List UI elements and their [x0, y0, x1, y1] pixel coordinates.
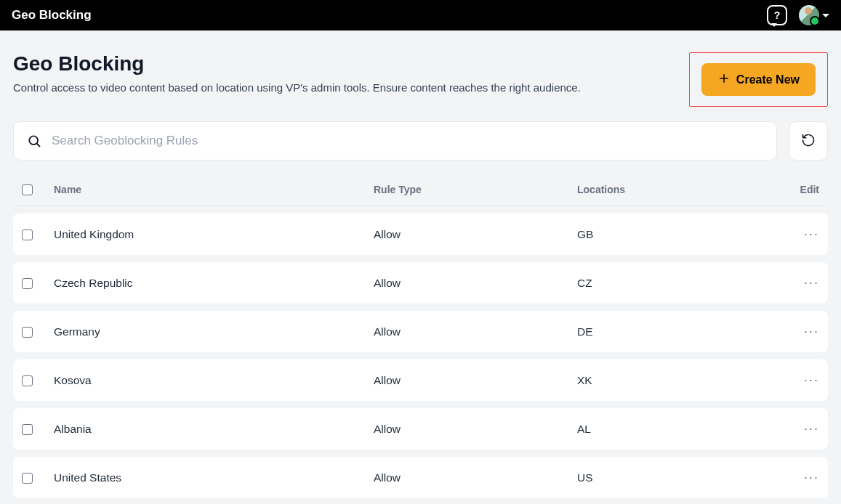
row-rule-type: Allow — [374, 277, 577, 290]
avatar — [799, 5, 819, 25]
row-name: Germany — [54, 325, 374, 338]
more-icon[interactable]: ··· — [804, 373, 819, 387]
row-name: Kosova — [54, 374, 374, 387]
page-description: Control access to video content based on… — [13, 81, 581, 94]
create-highlight: Create New — [689, 52, 828, 107]
row-name: United Kingdom — [54, 228, 374, 241]
row-checkbox[interactable] — [22, 473, 33, 484]
row-checkbox-cell — [22, 374, 54, 386]
page-header: Geo Blocking Control access to video con… — [13, 52, 828, 107]
svg-line-3 — [37, 144, 40, 147]
row-rule-type: Allow — [374, 471, 577, 484]
row-locations: GB — [577, 228, 776, 241]
chevron-down-icon — [822, 14, 829, 17]
table-row: AlbaniaAllowAL··· — [13, 408, 828, 450]
rules-table: Name Rule Type Locations Edit United Kin… — [13, 174, 828, 498]
search-icon — [27, 134, 41, 148]
more-icon[interactable]: ··· — [804, 324, 819, 338]
help-icon[interactable]: ? — [767, 5, 787, 25]
user-menu[interactable] — [799, 5, 829, 25]
more-icon[interactable]: ··· — [804, 227, 819, 241]
search-box — [13, 121, 777, 160]
refresh-icon — [801, 133, 816, 150]
row-rule-type: Allow — [374, 228, 577, 241]
table-row: United KingdomAllowGB··· — [13, 214, 828, 255]
row-checkbox-cell — [22, 471, 54, 484]
search-input[interactable] — [52, 134, 763, 148]
row-checkbox[interactable] — [22, 278, 33, 289]
row-locations: DE — [577, 325, 776, 338]
row-checkbox[interactable] — [22, 327, 33, 338]
col-locations-header: Locations — [577, 184, 776, 195]
row-name: Albania — [54, 423, 374, 436]
more-icon[interactable]: ··· — [804, 470, 819, 484]
row-rule-type: Allow — [374, 423, 577, 436]
table-row: GermanyAllowDE··· — [13, 311, 828, 352]
row-locations: XK — [577, 374, 776, 387]
row-checkbox-cell — [22, 325, 54, 338]
topbar: Geo Blocking ? — [0, 0, 841, 31]
more-icon[interactable]: ··· — [804, 275, 819, 290]
page-header-text: Geo Blocking Control access to video con… — [13, 52, 581, 94]
row-edit-cell: ··· — [776, 470, 819, 485]
row-edit-cell: ··· — [776, 227, 819, 242]
row-locations: AL — [577, 423, 776, 436]
col-type-header: Rule Type — [374, 184, 577, 195]
table-row: KosovaAllowXK··· — [13, 359, 828, 401]
row-checkbox-cell — [22, 277, 54, 289]
create-new-label: Create New — [736, 73, 800, 86]
row-name: Czech Republic — [54, 277, 374, 290]
table-header: Name Rule Type Locations Edit — [13, 174, 828, 206]
topbar-title: Geo Blocking — [12, 8, 92, 23]
row-edit-cell: ··· — [776, 275, 819, 290]
row-checkbox[interactable] — [22, 229, 33, 240]
row-edit-cell: ··· — [776, 324, 819, 339]
row-checkbox-cell — [22, 228, 54, 240]
row-checkbox-cell — [22, 423, 54, 435]
page-title: Geo Blocking — [13, 52, 581, 76]
row-edit-cell: ··· — [776, 421, 819, 436]
row-locations: CZ — [577, 277, 776, 290]
table-row: United StatesAllowUS··· — [13, 457, 828, 498]
row-edit-cell: ··· — [776, 373, 819, 388]
table-body: United KingdomAllowGB···Czech RepublicAl… — [13, 214, 828, 498]
refresh-button[interactable] — [789, 121, 828, 160]
plus-icon — [717, 72, 731, 87]
row-locations: US — [577, 471, 776, 484]
row-rule-type: Allow — [374, 374, 577, 387]
row-name: United States — [54, 471, 374, 484]
page-content: Geo Blocking Control access to video con… — [0, 31, 841, 504]
table-row: Czech RepublicAllowCZ··· — [13, 262, 828, 304]
row-checkbox[interactable] — [22, 375, 33, 386]
col-checkbox — [22, 184, 54, 195]
topbar-right: ? — [767, 5, 829, 25]
toolbar — [13, 121, 828, 160]
more-icon[interactable]: ··· — [804, 421, 819, 436]
row-checkbox[interactable] — [22, 424, 33, 435]
col-edit-header: Edit — [776, 184, 819, 195]
col-name-header: Name — [54, 184, 374, 195]
create-new-button[interactable]: Create New — [701, 63, 816, 96]
select-all-checkbox[interactable] — [22, 184, 33, 195]
row-rule-type: Allow — [374, 325, 577, 338]
